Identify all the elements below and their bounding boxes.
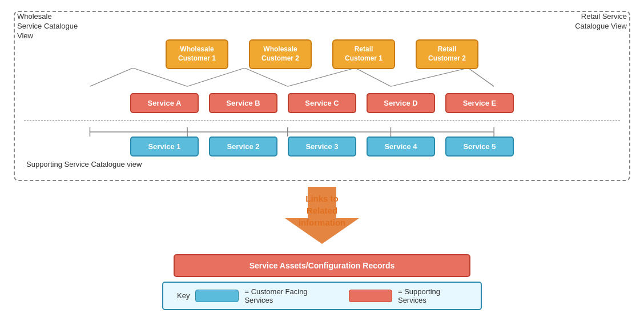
customer-rc2: RetailCustomer 2 [416, 39, 478, 69]
services-bottom-row: Service 1 Service 2 Service 3 Service 4 … [24, 137, 620, 157]
svg-line-2 [187, 68, 244, 86]
key-blue-box [195, 290, 239, 302]
assets-bar: Service Assets/Configuration Records [174, 254, 470, 277]
services-top-row: Service A Service B Service C Service D … [24, 93, 620, 113]
outer-dashed-box: WholesaleService CatalogueView Retail Se… [14, 11, 630, 180]
svg-line-1 [133, 68, 187, 86]
service-5: Service 5 [445, 137, 514, 157]
arrow-label: Links toRelatedinformation [299, 192, 346, 228]
customer-wc1: WholesaleCustomer 1 [166, 39, 228, 69]
svg-line-3 [244, 68, 287, 86]
service-4: Service 4 [367, 137, 435, 157]
svg-line-7 [468, 68, 494, 86]
service-c: Service C [288, 93, 356, 113]
service-2: Service 2 [209, 137, 277, 157]
key-red-meaning: = Supporting Services [398, 287, 467, 304]
top-section: WholesaleCustomer 1 WholesaleCustomer 2 … [24, 37, 620, 113]
service-a: Service A [130, 93, 199, 113]
service-3: Service 3 [288, 137, 356, 157]
key-red-box [349, 290, 392, 302]
key-blue-meaning: = Customer Facing Services [244, 287, 333, 304]
customers-row: WholesaleCustomer 1 WholesaleCustomer 2 … [24, 37, 620, 69]
arrow-section: Links toRelatedinformation [14, 187, 630, 250]
key-bar: Key = Customer Facing Services = Support… [162, 282, 482, 310]
service-e: Service E [445, 93, 514, 113]
svg-line-5 [355, 68, 391, 86]
supporting-catalogue-label: Supporting Service Catalogue view [24, 160, 620, 168]
customer-wc2: WholesaleCustomer 2 [249, 39, 312, 69]
top-connectors-svg [24, 68, 620, 93]
diagram: WholesaleService CatalogueView Retail Se… [14, 11, 630, 310]
mid-connectors-svg [24, 127, 620, 137]
service-d: Service D [367, 93, 435, 113]
service-1: Service 1 [130, 137, 199, 157]
retail-label: Retail ServiceCatalogue View [553, 12, 627, 31]
svg-line-4 [288, 68, 355, 86]
key-label: Key [177, 291, 190, 300]
customer-rc1: RetailCustomer 1 [332, 39, 395, 69]
h-divider [24, 120, 620, 121]
supporting-section: Service 1 Service 2 Service 3 Service 4 … [24, 127, 620, 168]
svg-line-0 [90, 68, 132, 86]
service-b: Service B [209, 93, 277, 113]
svg-line-6 [391, 68, 468, 86]
